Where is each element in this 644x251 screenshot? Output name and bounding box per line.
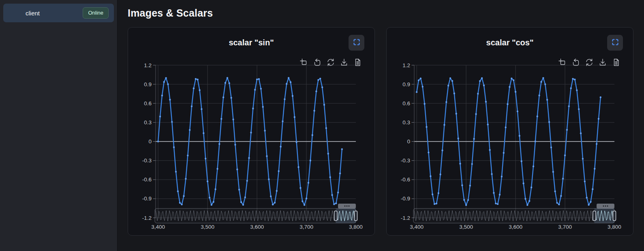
navigator-handle-right[interactable]	[613, 211, 616, 221]
chart-panel-cos: scalar "cos"	[386, 27, 633, 236]
box-zoom-button[interactable]	[300, 58, 308, 67]
x-axis: 3,4003,5003,6003,7003,800	[410, 224, 621, 230]
box-zoom-icon	[300, 58, 308, 67]
x-axis: 3,4003,5003,6003,7003,800	[151, 224, 363, 230]
download-button[interactable]	[598, 58, 607, 67]
navigator-handle-left[interactable]	[593, 211, 596, 221]
svg-text:3,500: 3,500	[459, 224, 473, 230]
y-axis: 1.20.90.60.30-0.3-0.6-0.9-1.2	[142, 62, 156, 221]
status-badge: Online	[83, 7, 109, 19]
reset-view-button[interactable]	[585, 58, 594, 67]
svg-text:3,600: 3,600	[250, 224, 264, 230]
data-document-icon	[353, 58, 362, 67]
main-content: Images & Scalars scalar "sin"	[118, 0, 644, 251]
previous-view-icon	[571, 58, 580, 67]
svg-text:3,400: 3,400	[410, 224, 424, 230]
plot-toolbar	[558, 58, 620, 67]
chart-title: scalar "sin"	[128, 38, 374, 47]
svg-text:0: 0	[148, 138, 152, 145]
data-document-icon	[612, 58, 620, 67]
client-label: client	[3, 10, 40, 17]
grid	[414, 65, 614, 218]
data-document-button[interactable]	[612, 58, 620, 67]
svg-text:0.6: 0.6	[144, 100, 152, 106]
svg-text:3,600: 3,600	[509, 224, 522, 230]
box-zoom-icon	[558, 58, 567, 67]
reset-view-icon	[326, 58, 335, 67]
sidebar: client Online	[0, 0, 118, 251]
chart-title: scalar "cos"	[387, 38, 633, 47]
download-icon	[340, 58, 349, 67]
svg-text:-0.9: -0.9	[142, 196, 152, 202]
fullscreen-button[interactable]	[607, 35, 623, 51]
fullscreen-icon	[612, 38, 619, 47]
svg-text:-1.2: -1.2	[142, 215, 152, 221]
download-icon	[598, 58, 607, 67]
navigator[interactable]	[413, 204, 616, 223]
svg-text:-1.2: -1.2	[401, 215, 410, 221]
svg-text:-0.3: -0.3	[401, 157, 410, 164]
svg-text:-0.9: -0.9	[401, 196, 410, 202]
svg-text:0.6: 0.6	[402, 100, 410, 106]
svg-text:-0.6: -0.6	[401, 177, 410, 183]
svg-text:3,700: 3,700	[558, 224, 572, 230]
reset-view-icon	[585, 58, 594, 67]
reset-view-button[interactable]	[326, 58, 335, 67]
plot-toolbar	[300, 58, 362, 67]
svg-text:0.9: 0.9	[144, 81, 152, 87]
sidebar-item-client[interactable]: client Online	[3, 4, 114, 22]
svg-text:-0.3: -0.3	[142, 157, 152, 164]
navigator[interactable]	[155, 204, 357, 223]
download-button[interactable]	[340, 58, 349, 67]
svg-text:0.3: 0.3	[144, 119, 152, 126]
fullscreen-icon	[353, 38, 360, 47]
navigator-handle-right[interactable]	[355, 211, 357, 221]
chart-panels-row: scalar "sin"	[128, 27, 633, 236]
navigator-selection[interactable]	[336, 208, 356, 223]
previous-view-icon	[313, 58, 322, 67]
fullscreen-button[interactable]	[349, 35, 364, 51]
navigator-handle-left[interactable]	[334, 211, 337, 221]
svg-text:-0.6: -0.6	[142, 177, 152, 183]
previous-view-button[interactable]	[571, 58, 580, 67]
svg-text:1.2: 1.2	[144, 62, 152, 68]
svg-text:3,700: 3,700	[300, 224, 313, 230]
box-zoom-button[interactable]	[558, 58, 567, 67]
svg-text:3,800: 3,800	[608, 224, 621, 230]
page-title: Images & Scalars	[128, 7, 633, 19]
data-document-button[interactable]	[353, 58, 362, 67]
svg-text:3,800: 3,800	[349, 224, 363, 230]
svg-text:3,400: 3,400	[151, 224, 165, 230]
previous-view-button[interactable]	[313, 58, 322, 67]
svg-text:0.3: 0.3	[402, 119, 410, 126]
y-axis: 1.20.90.60.30-0.3-0.6-0.9-1.2	[401, 62, 414, 221]
svg-text:0: 0	[407, 138, 410, 145]
navigator-selection[interactable]	[594, 208, 614, 223]
svg-text:0.9: 0.9	[402, 81, 410, 87]
svg-text:1.2: 1.2	[402, 62, 410, 68]
chart-panel-sin: scalar "sin"	[128, 27, 375, 236]
svg-text:3,500: 3,500	[201, 224, 214, 230]
